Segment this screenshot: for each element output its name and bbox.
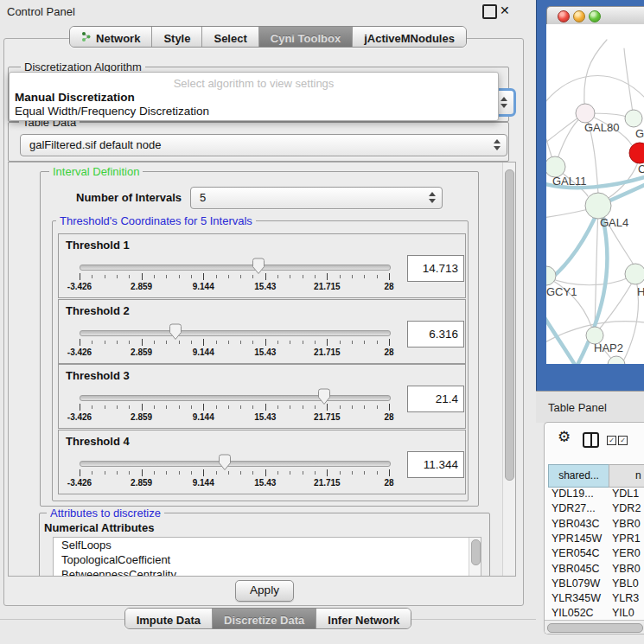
slider-track[interactable]	[80, 395, 391, 401]
tick-mark	[191, 275, 192, 278]
tick-mark	[240, 275, 241, 278]
network-node[interactable]	[546, 266, 556, 285]
tick-mark	[216, 471, 217, 475]
table-row[interactable]: YDL19...YDL1	[548, 487, 644, 501]
table-row[interactable]: YDR27...YDR2	[548, 501, 644, 516]
network-node[interactable]	[629, 143, 644, 163]
list-item[interactable]: SelfLoops	[54, 538, 481, 552]
table-row[interactable]: YBR045CYBR0	[548, 562, 644, 577]
tick-mark	[315, 341, 316, 344]
tick-mark	[315, 275, 316, 278]
gear-icon[interactable]: ⚙	[558, 428, 571, 445]
slider-thumb[interactable]	[218, 454, 232, 471]
slider-thumb[interactable]	[169, 323, 182, 341]
tab-impute-data[interactable]: Impute Data	[125, 609, 213, 628]
tick-mark	[142, 469, 143, 476]
table-row[interactable]: YLR345WYLR3	[548, 591, 644, 606]
cell-name: YBL0	[612, 577, 639, 590]
tick-mark	[352, 405, 353, 409]
network-node-label: GCY1	[546, 285, 577, 298]
column-header-name[interactable]: n	[609, 464, 644, 488]
tick-mark	[240, 471, 241, 475]
tick-mark	[364, 275, 365, 278]
dropdown-option[interactable]: Manual Discretization	[15, 91, 135, 104]
tab-label: Style	[163, 32, 190, 45]
tab-infer-network[interactable]: Infer Network	[316, 609, 411, 628]
slider-track[interactable]	[80, 461, 391, 467]
tab-style[interactable]: Style	[152, 27, 202, 47]
threshold-value-field[interactable]: 11.344	[407, 451, 464, 478]
network-node[interactable]	[625, 110, 642, 127]
table-row[interactable]: YBR043CYBR0	[548, 517, 644, 532]
attributes-group-label: Attributes to discretize	[47, 507, 164, 520]
threshold-label: Threshold 1	[66, 239, 130, 252]
network-graph[interactable]: GAL80GACGAL11GAL4GCY1HHAP2	[546, 24, 644, 364]
slider-track[interactable]	[80, 330, 391, 336]
tick-label: 2.859	[131, 478, 152, 488]
zoom-traffic-light-icon[interactable]	[589, 10, 601, 22]
threshold-value-field[interactable]: 6.316	[407, 321, 464, 348]
cell-shared-name: YIL052C	[552, 607, 594, 619]
combo-stepper-icon	[501, 97, 508, 109]
minimize-traffic-light-icon[interactable]	[573, 10, 585, 22]
column-header-shared-name[interactable]: shared...	[548, 464, 609, 488]
tick-label: 28	[384, 282, 393, 291]
dropdown-option[interactable]: Equal Width/Frequency Discretization	[15, 105, 209, 118]
float-window-icon[interactable]	[482, 4, 497, 19]
tick-mark	[142, 273, 143, 280]
apply-button[interactable]: Apply	[235, 580, 294, 602]
network-window-titlebar[interactable]	[546, 6, 644, 26]
numerical-attributes-list[interactable]: SelfLoopsTopologicalCoefficientBetweenne…	[53, 537, 481, 577]
tab-discretize-data[interactable]: Discretize Data	[213, 609, 316, 628]
table-horizontal-scrollbar[interactable]	[545, 620, 644, 634]
tab-cyni-toolbox[interactable]: Cyni Toolbox	[259, 27, 353, 47]
numerical-attributes-heading: Numerical Attributes	[44, 521, 154, 534]
slider-thumb[interactable]	[317, 388, 331, 405]
control-panel-titlebar: Control Panel ✕	[0, 0, 536, 23]
tab-network[interactable]: Network	[70, 27, 152, 47]
table-row[interactable]: YBL079WYBL0	[548, 577, 644, 591]
table-data-combo[interactable]: galFiltered.sif default node	[20, 134, 507, 156]
tab-label: Network	[96, 32, 140, 45]
tick-mark	[389, 404, 390, 411]
network-node[interactable]	[585, 193, 611, 219]
network-node[interactable]	[625, 264, 644, 284]
threshold-value-field[interactable]: 21.4	[407, 386, 464, 412]
settings-scrollbar[interactable]	[502, 163, 515, 576]
list-item[interactable]: BetweennessCentrality	[54, 567, 481, 577]
threshold-value-field[interactable]: 14.713	[407, 255, 464, 282]
tick-mark	[240, 405, 241, 409]
network-canvas[interactable]: GAL80GACGAL11GAL4GCY1HHAP2	[546, 24, 644, 364]
cell-shared-name: YBL079W	[552, 577, 600, 590]
checkbox-icon[interactable]: ✓	[607, 436, 616, 445]
tick-label: 9.144	[193, 412, 214, 422]
close-icon[interactable]: ✕	[500, 3, 510, 17]
network-view-window[interactable]: GAL80GACGAL11GAL4GCY1HHAP2	[546, 6, 644, 364]
cell-name: YPR1	[612, 532, 641, 545]
close-traffic-light-icon[interactable]	[558, 10, 570, 22]
table-row[interactable]: YPR145WYPR1	[548, 532, 644, 546]
tick-mark	[228, 471, 229, 475]
checkbox-icon[interactable]: ✓	[618, 436, 628, 445]
num-intervals-combo[interactable]: 5	[190, 187, 443, 209]
list-item[interactable]: TopologicalCoefficient	[54, 552, 481, 567]
network-node[interactable]	[576, 104, 595, 123]
slider-thumb[interactable]	[252, 258, 265, 275]
tick-label: 21.715	[314, 412, 341, 422]
table-row[interactable]: YER054CYER0	[548, 546, 644, 561]
split-columns-icon[interactable]	[583, 432, 599, 448]
slider-track[interactable]	[80, 265, 391, 271]
scrollbar-thumb[interactable]	[505, 169, 514, 481]
scrollbar-thumb[interactable]	[547, 623, 643, 633]
tab-label: Discretize Data	[224, 614, 304, 627]
scrollbar-thumb[interactable]	[471, 539, 481, 565]
tick-label: -3.426	[67, 282, 92, 291]
attributes-scrollbar[interactable]	[469, 538, 481, 577]
num-intervals-label: Number of Intervals	[76, 191, 182, 204]
tab-jactivemnodules[interactable]: jActiveMNodules	[353, 27, 466, 47]
tab-select[interactable]: Select	[202, 27, 258, 47]
tick-mark	[240, 341, 241, 344]
tick-mark	[216, 275, 217, 278]
tick-labels: -3.4262.8599.14415.4321.71528	[80, 478, 389, 488]
tick-mark	[80, 469, 80, 476]
